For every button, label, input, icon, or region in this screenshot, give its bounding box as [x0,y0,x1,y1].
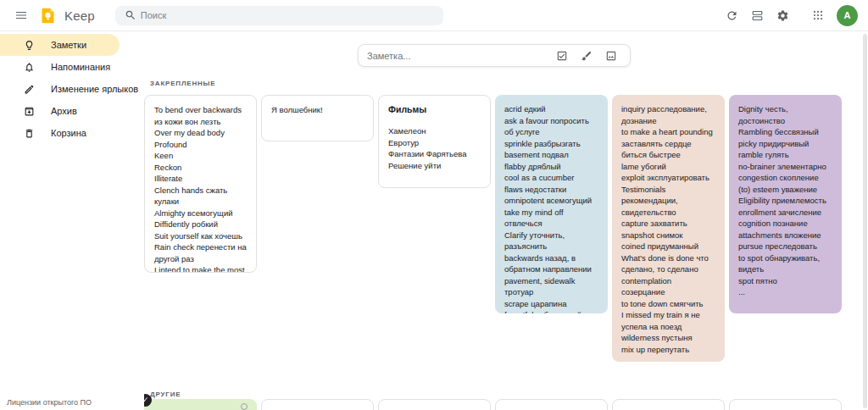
note-card-selected-green[interactable]: ✓ [144,399,257,410]
brush-icon [581,50,593,62]
notes-area: ЗАКРЕПЛЕННЫЕ To bend over backwards из к… [144,31,868,410]
note-text: Dignity честь, достоинство Rambling бесс… [738,103,832,298]
note-card[interactable] [261,399,374,410]
note-text: Я волшебник! [271,104,364,116]
new-note-input[interactable] [367,51,548,61]
note-text: acrid едкий ask a favour попросить об ус… [504,103,598,313]
trash-icon [24,128,35,139]
list-view-icon [751,9,764,22]
note-card-wizard[interactable]: Я волшебник! [261,95,374,141]
settings-icon [776,9,789,22]
sidebar-item-label: Архив [51,106,77,116]
note-title: Фильмы [388,104,481,114]
note-card-purple-vocab[interactable]: Dignity честь, достоинство Rambling бесс… [729,95,842,313]
main-menu-button[interactable] [8,3,34,28]
settings-button[interactable] [770,3,795,28]
note-text: Хамелеон Евротур Фантазии Фарятьева Реше… [388,125,481,171]
search-input[interactable] [141,10,438,20]
image-icon [605,50,617,62]
google-apps-icon [812,9,824,21]
note-card-vocabulary[interactable]: To bend over backwards из кожи вон лезть… [144,95,257,273]
note-corner-icon [241,403,248,410]
sidebar-item-edit-labels[interactable]: Изменение ярлыков [0,78,120,100]
checkbox-icon [556,50,568,62]
pinned-notes-row: To bend over backwards из кожи вон лезть… [144,95,842,362]
top-app-bar: Keep [0,0,868,31]
others-section-label: ДРУГИЕ [150,391,181,398]
sidebar-item-notes[interactable]: Заметки [0,34,120,56]
note-card[interactable] [729,399,842,410]
hamburger-icon [14,8,28,22]
others-notes-row: ✓ [144,399,842,410]
search-bar [115,6,443,25]
new-image-note-button[interactable] [601,46,621,66]
navigation-drawer: Заметки Напоминания Изменение ярлыков Ар… [0,31,127,410]
lightbulb-icon [24,40,35,51]
note-text: To bend over backwards из кожи вон лезть… [154,104,247,273]
sidebar-item-reminders[interactable]: Напоминания [0,56,120,78]
sidebar-item-label: Изменение ярлыков [51,84,138,94]
sidebar-item-label: Напоминания [51,62,110,72]
sidebar-item-label: Заметки [51,40,86,50]
new-note-composer [358,44,631,67]
note-card-blue-vocab[interactable]: acrid едкий ask a favour попросить об ус… [495,95,608,313]
bell-icon [24,62,35,73]
note-card-films[interactable]: Фильмы Хамелеон Евротур Фантазии Фарятье… [378,95,491,188]
pinned-section-label: ЗАКРЕПЛЕННЫЕ [150,80,215,87]
scrollbar[interactable] [863,34,867,408]
new-drawing-button[interactable] [576,46,597,66]
keep-logo-icon [39,7,57,25]
pencil-icon [24,84,35,95]
note-selected-check-icon[interactable]: ✓ [144,394,152,407]
note-card[interactable] [378,399,491,410]
account-avatar[interactable]: A [837,5,858,26]
google-apps-button[interactable] [805,3,831,28]
view-toggle-button[interactable] [744,3,770,28]
sidebar-item-label: Корзина [51,128,86,138]
note-text: inquiry расследование, дознание to make … [621,103,715,362]
search-icon [125,9,136,21]
open-source-licenses-link[interactable]: Лицензии открытого ПО [7,398,92,407]
refresh-icon [726,9,738,22]
keep-logo-link[interactable]: Keep [39,7,95,25]
note-card-pink-vocab[interactable]: inquiry расследование, дознание to make … [612,95,725,362]
note-card[interactable] [612,399,725,410]
app-title: Keep [64,8,95,23]
search-button[interactable] [120,5,141,25]
sidebar-item-trash[interactable]: Корзина [0,122,120,144]
refresh-button[interactable] [719,3,744,28]
archive-icon [24,106,35,117]
new-checklist-button[interactable] [552,46,572,66]
sidebar-item-archive[interactable]: Архив [0,100,120,122]
note-card[interactable] [495,399,608,410]
